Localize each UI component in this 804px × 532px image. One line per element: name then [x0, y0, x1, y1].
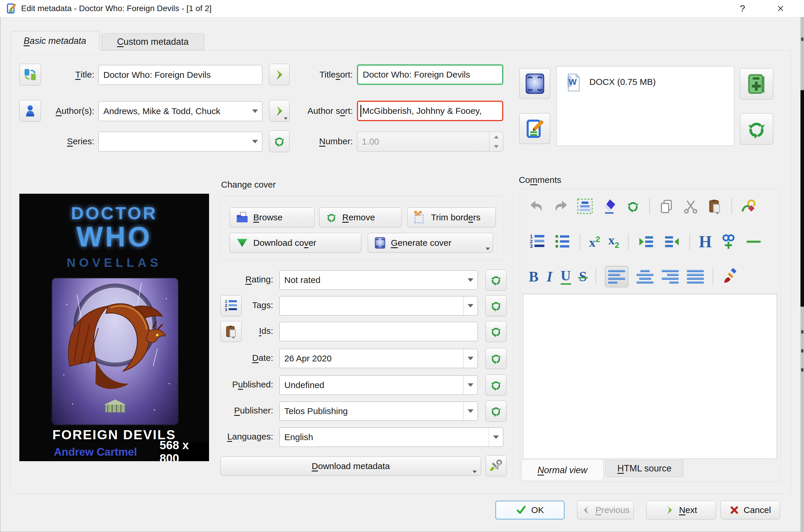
redo-icon[interactable] — [553, 198, 568, 214]
help-button[interactable]: ? — [731, 0, 754, 17]
title-sort-label: Title sort: — [293, 64, 353, 86]
formats-list[interactable]: W DOCX (0.75 MB) — [556, 66, 734, 146]
date-combo[interactable]: 26 Apr 2020 — [279, 349, 478, 368]
configure-metadata-download-button[interactable] — [485, 455, 506, 476]
dropdown-arrow-icon[interactable] — [464, 271, 478, 289]
published-label: Published: — [206, 374, 273, 395]
toolbar-separator — [628, 233, 629, 250]
download-metadata-button[interactable]: Download metadata — [221, 456, 481, 476]
clear-date-button[interactable] — [485, 348, 506, 369]
arrow-right-icon — [273, 105, 285, 117]
remove-cover-button[interactable]: Remove — [319, 208, 402, 227]
text-caret — [360, 105, 361, 117]
undo-icon[interactable] — [529, 198, 545, 214]
author-sort-input[interactable]: McGibberish, Johhny & Fooey, — [357, 101, 503, 121]
published-combo[interactable]: Undefined — [279, 376, 478, 395]
title-bar: Edit metadata - Doctor Who: Foreign Devi… — [0, 0, 804, 17]
insert-link-icon[interactable] — [720, 233, 737, 250]
view-format-button[interactable] — [519, 68, 550, 99]
select-all-icon[interactable] — [577, 198, 593, 214]
cancel-button[interactable]: Cancel — [721, 501, 780, 519]
ordered-list-icon[interactable] — [529, 233, 546, 250]
browse-cover-button[interactable]: Browse — [229, 208, 315, 227]
superscript-button[interactable]: x2 — [589, 235, 600, 249]
add-format-button[interactable] — [740, 68, 773, 99]
clear-published-button[interactable] — [485, 375, 506, 396]
paste-icon[interactable] — [707, 198, 723, 214]
svg-text:W: W — [568, 77, 577, 87]
check-icon — [516, 505, 526, 515]
spin-down-button[interactable] — [489, 141, 503, 151]
generate-cover-button[interactable]: Generate cover — [368, 233, 493, 253]
remove-format-button[interactable] — [740, 113, 773, 145]
indent-less-icon[interactable] — [663, 233, 681, 250]
italic-button[interactable]: I — [547, 269, 552, 284]
dropdown-arrow-icon[interactable] — [463, 402, 478, 420]
dropdown-arrow-icon[interactable] — [463, 376, 478, 395]
heading-button[interactable]: H — [699, 233, 712, 250]
series-combo[interactable] — [98, 132, 262, 152]
rating-select[interactable]: Not rated — [279, 270, 478, 290]
chevron-down-icon — [486, 248, 490, 250]
copy-icon[interactable] — [659, 198, 675, 214]
dropdown-arrow-icon[interactable] — [463, 297, 478, 315]
underline-button[interactable]: U — [561, 269, 571, 285]
authors-combo[interactable]: Andrews, Mike & Todd, Chuck — [98, 101, 262, 121]
recycle-icon — [489, 378, 503, 392]
title-sort-input[interactable]: Doctor Who: Foreign Devils — [357, 64, 503, 85]
tab-normal-view[interactable]: Normal view — [521, 460, 604, 480]
auto-title-sort-button[interactable] — [269, 64, 289, 86]
cover-art[interactable]: DOCTOR WHO NOVELLAS — [19, 194, 209, 461]
title-input[interactable]: Doctor Who: Foreign Devils — [98, 65, 262, 85]
auto-author-sort-button[interactable] — [269, 100, 289, 122]
clear-series-button[interactable] — [269, 131, 289, 152]
comments-editor[interactable] — [523, 294, 777, 459]
close-button[interactable] — [769, 0, 792, 17]
download-cover-button[interactable]: Download cover — [229, 233, 361, 253]
eraser-icon[interactable] — [601, 198, 617, 214]
chevron-left-icon — [581, 506, 591, 515]
indent-more-icon[interactable] — [637, 233, 655, 250]
align-left-button[interactable] — [605, 266, 628, 287]
spin-up-button[interactable] — [489, 132, 503, 141]
clear-ids-button[interactable] — [485, 321, 506, 342]
bullet-list-icon[interactable] — [554, 233, 571, 250]
date-label: Date: — [214, 348, 273, 368]
dropdown-arrow-icon[interactable] — [463, 349, 478, 368]
dropdown-arrow-icon[interactable] — [248, 101, 262, 121]
format-label: DOCX (0.75 MB) — [590, 77, 656, 87]
comments-toolbar-row1 — [529, 197, 757, 216]
align-right-button[interactable] — [662, 270, 679, 284]
cut-icon[interactable] — [683, 198, 698, 214]
tab-basic-metadata[interactable]: Basic metadata — [11, 31, 99, 51]
align-center-button[interactable] — [637, 270, 654, 284]
clear-rating-button[interactable] — [485, 269, 506, 290]
previous-button[interactable]: Previous — [577, 501, 634, 519]
dropdown-arrow-icon[interactable] — [248, 132, 262, 151]
ok-button[interactable]: OK — [496, 501, 564, 519]
bold-button[interactable]: B — [529, 269, 539, 284]
format-item[interactable]: W DOCX (0.75 MB) — [557, 66, 734, 92]
color-swatch-icon[interactable] — [741, 198, 757, 214]
strikethrough-button[interactable]: S — [579, 269, 587, 284]
tags-combo[interactable] — [279, 296, 478, 316]
publisher-combo[interactable]: Telos Publishing — [279, 401, 478, 421]
next-button[interactable]: Next — [646, 501, 716, 519]
clear-publisher-button[interactable] — [485, 401, 506, 422]
tab-html-source[interactable]: HTML source — [605, 460, 684, 477]
subscript-button[interactable]: x2 — [609, 234, 619, 250]
tab-custom-metadata[interactable]: Custom metadata — [101, 33, 204, 50]
recycle-icon[interactable] — [625, 198, 641, 214]
chevron-right-icon — [665, 506, 674, 515]
series-number-spinner[interactable]: 1.00 — [357, 132, 503, 152]
metadata-from-format-button[interactable] — [519, 113, 550, 144]
trim-cover-button[interactable]: Trim borders — [407, 208, 496, 227]
clear-tags-button[interactable] — [485, 295, 506, 316]
align-justify-button[interactable] — [687, 270, 704, 284]
ids-input[interactable] — [279, 322, 478, 341]
tags-label: Tags: — [214, 295, 273, 316]
clear-formatting-icon[interactable] — [722, 268, 738, 285]
horizontal-rule-icon[interactable] — [745, 233, 762, 250]
languages-combo[interactable]: English — [279, 428, 503, 447]
dropdown-arrow-icon[interactable] — [489, 428, 503, 446]
